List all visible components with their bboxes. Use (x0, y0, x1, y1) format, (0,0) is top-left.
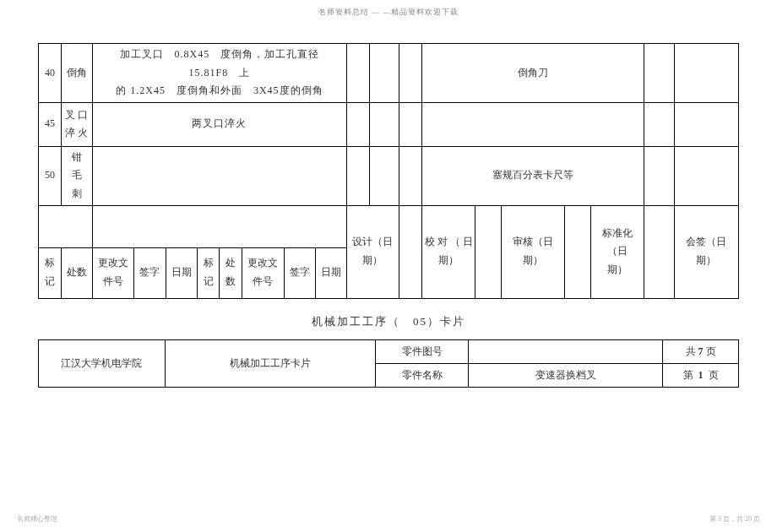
empty-cell (369, 44, 399, 103)
card-header-table: 江汉大学机电学院 机械加工工序卡片 零件图号 共 7 页 零件名称 变速器换档叉… (38, 339, 739, 388)
step-desc: 加工叉口 0.8X45 度倒角，加工孔直径 15.81F8 上 的 1.2X45… (92, 44, 346, 103)
desc-line: 加工叉口 0.8X45 度倒角，加工孔直径 15.81F8 上 (120, 48, 331, 79)
name-line: 淬 火 (65, 127, 88, 138)
design-value (399, 205, 421, 298)
empty-cell (644, 44, 674, 103)
mark2-header: 标记 (197, 247, 220, 298)
proof-line: 期） (438, 254, 459, 266)
empty-cell (346, 44, 369, 103)
design-label: 设计（日期） (346, 205, 399, 298)
part-drawing-value (469, 339, 663, 363)
table-row: 50 钳 毛 刺 塞规百分表卡尺等 (39, 146, 739, 205)
empty-cell (346, 102, 369, 146)
section-title: 机械加工工序（ 05）卡片 (38, 314, 739, 329)
empty-cell (369, 146, 399, 205)
step-desc: 两叉口淬火 (92, 102, 346, 146)
page-num: 1 (698, 369, 704, 381)
count-header: 处数 (61, 247, 92, 298)
empty-cell (399, 102, 421, 146)
change-doc2-header: 更改文件号 (242, 247, 284, 298)
tool-cell: 塞规百分表卡尺等 (421, 146, 644, 205)
empty-cell (644, 146, 674, 205)
std-line: 期） (607, 263, 628, 275)
step-name: 叉 口 淬 火 (61, 102, 92, 146)
institute-cell: 江汉大学机电学院 (39, 339, 166, 387)
empty-cell (399, 146, 421, 205)
mark-header: 标记 (39, 247, 62, 298)
tool-cell: 倒角刀 (421, 44, 644, 103)
sign-label: 会签（日期） (674, 205, 738, 298)
main-content: 40 倒角 加工叉口 0.8X45 度倒角，加工孔直径 15.81F8 上 的 … (0, 18, 777, 396)
step-name: 倒角 (61, 44, 92, 103)
empty-cell (399, 44, 421, 103)
proof-value (475, 205, 502, 298)
page-suf: 页 (709, 369, 719, 381)
date-header: 日期 (166, 247, 197, 298)
check-value (564, 205, 590, 298)
table-row: 40 倒角 加工叉口 0.8X45 度倒角，加工孔直径 15.81F8 上 的 … (39, 44, 739, 103)
empty-cell (92, 205, 346, 247)
change-doc-header: 更改文件号 (92, 247, 133, 298)
empty-cell (421, 102, 644, 146)
step-desc (92, 146, 346, 205)
step-num: 50 (39, 146, 62, 205)
proof-label: 校 对 （ 日 期） (421, 205, 475, 298)
total-num: 7 (698, 345, 704, 357)
step-num: 45 (39, 102, 62, 146)
step-num: 40 (39, 44, 62, 103)
part-name-label: 零件名称 (376, 363, 469, 387)
empty-cell (369, 102, 399, 146)
footer-left-text: 名师精心整理 (17, 514, 57, 524)
process-table: 40 倒角 加工叉口 0.8X45 度倒角，加工孔直径 15.81F8 上 的 … (38, 43, 739, 299)
name-line: 钳 毛 (72, 151, 92, 182)
empty-cell (674, 146, 738, 205)
total-suf: 页 (706, 345, 716, 357)
empty-cell (644, 102, 674, 146)
empty-cell (39, 205, 93, 247)
page-pre: 第 (683, 369, 693, 381)
part-drawing-label: 零件图号 (376, 339, 469, 363)
empty-cell (674, 44, 738, 103)
part-name-value: 变速器换档叉 (469, 363, 663, 387)
date2-header: 日期 (315, 247, 346, 298)
name-line: 叉 口 (65, 109, 88, 121)
proof-line: 校 对 （ 日 (425, 236, 473, 247)
card-title-cell: 机械加工工序卡片 (165, 339, 376, 387)
page-header-text: 名师资料总结 — —精品资料欢迎下载 (0, 0, 777, 18)
table-row: 江汉大学机电学院 机械加工工序卡片 零件图号 共 7 页 (39, 339, 739, 363)
std-line: 标准化（日 (602, 227, 633, 258)
footer-right-text: 第 3 页，共 20 页 (709, 514, 760, 524)
empty-cell (346, 146, 369, 205)
desc-line: 的 1.2X45 度倒角和外面 3X45度的倒角 (116, 84, 323, 96)
std-label: 标准化（日 期） (590, 205, 644, 298)
signature-header: 签字 (134, 247, 166, 298)
signature2-header: 签字 (284, 247, 315, 298)
empty-cell (674, 102, 738, 146)
current-page: 第 1 页 (663, 363, 739, 387)
table-row: 45 叉 口 淬 火 两叉口淬火 (39, 102, 739, 146)
total-pre: 共 (686, 345, 696, 357)
count2-header: 处数 (220, 247, 242, 298)
step-name: 钳 毛 刺 (61, 146, 92, 205)
std-value (644, 205, 674, 298)
approval-row: 设计（日期） 校 对 （ 日 期） 审核（日期） 标准化（日 期） 会签（日期） (39, 205, 739, 247)
check-label: 审核（日期） (502, 205, 564, 298)
name-line: 刺 (72, 187, 82, 199)
total-pages: 共 7 页 (663, 339, 739, 363)
